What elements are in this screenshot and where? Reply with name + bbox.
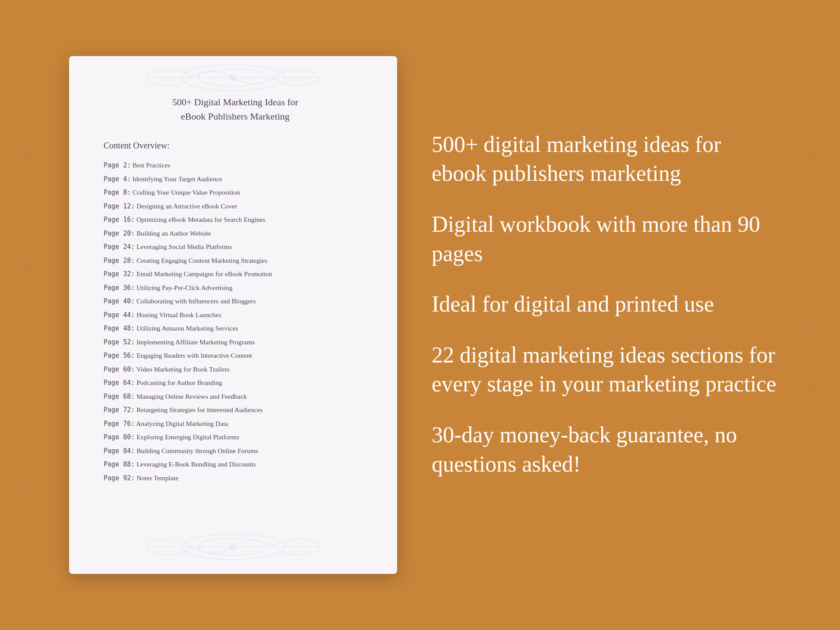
svg-point-61 xyxy=(811,385,818,392)
svg-line-53 xyxy=(814,262,826,272)
svg-line-21 xyxy=(16,320,26,328)
svg-point-84 xyxy=(230,543,237,550)
svg-point-60 xyxy=(822,321,830,325)
toc-heading: Content Overview: xyxy=(104,141,367,151)
svg-point-85 xyxy=(147,539,190,554)
svg-point-23 xyxy=(10,316,18,321)
svg-point-79 xyxy=(147,70,190,85)
svg-line-10 xyxy=(26,198,37,207)
toc-item: Page 68: Managing Online Reviews and Fee… xyxy=(104,390,367,403)
toc-item: Page 52: Implementing Affiliate Marketin… xyxy=(104,335,367,349)
toc-item: Page 2: Best Practices xyxy=(104,158,367,172)
toc-item: Page 12: Designing an Attractive eBook C… xyxy=(104,199,367,213)
svg-point-86 xyxy=(276,539,319,554)
toc-item: Page 4: Identifying Your Target Audience xyxy=(104,172,367,186)
svg-point-76 xyxy=(181,65,285,91)
svg-line-26 xyxy=(15,375,26,384)
toc-item: Page 36: Utilizing Pay-Per-Click Adverti… xyxy=(104,281,367,295)
svg-point-82 xyxy=(181,534,285,560)
svg-point-34 xyxy=(34,429,41,434)
toc-item: Page 28: Creating Engaging Content Marke… xyxy=(104,254,367,268)
svg-line-9 xyxy=(15,198,26,207)
svg-point-83 xyxy=(199,538,268,555)
svg-line-22 xyxy=(26,320,35,328)
svg-point-66 xyxy=(812,442,817,447)
svg-point-38 xyxy=(9,480,17,484)
toc-item: Page 72: Retargeting Strategies for Inte… xyxy=(104,403,367,417)
svg-point-1 xyxy=(22,152,29,159)
svg-line-15 xyxy=(26,258,38,268)
svg-point-75 xyxy=(823,484,831,488)
svg-line-37 xyxy=(26,484,36,492)
svg-point-55 xyxy=(825,257,831,263)
svg-point-45 xyxy=(826,138,833,142)
toc-item: Page 88: Leveraging E-Book Bundling and … xyxy=(104,457,367,471)
info-text: 500+ digital marketing ideas for ebook p… xyxy=(432,130,780,188)
svg-point-28 xyxy=(10,371,15,376)
info-point-0: 500+ digital marketing ideas for ebook p… xyxy=(432,130,780,188)
toc-item: Page 76: Analyzing Digital Marketing Dat… xyxy=(104,417,367,431)
svg-line-5 xyxy=(26,142,39,155)
svg-point-35 xyxy=(23,489,29,495)
info-point-4: 30-day money-back guarantee, no question… xyxy=(432,420,780,479)
toc-item: Page 64: Podcasting for Author Branding xyxy=(104,376,367,390)
svg-point-24 xyxy=(34,316,41,321)
svg-line-4 xyxy=(13,142,26,155)
svg-line-68 xyxy=(814,438,823,444)
info-text: 22 digital marketing ideas sections for … xyxy=(432,340,780,399)
toc-item: Page 8: Crafting Your Unique Value Propo… xyxy=(104,186,367,199)
info-point-3: 22 digital marketing ideas sections for … xyxy=(432,340,780,399)
svg-point-56 xyxy=(811,329,817,335)
svg-point-17 xyxy=(37,253,43,259)
svg-line-36 xyxy=(16,484,26,492)
info-point-1: Digital workbook with more than 90 pages xyxy=(432,210,780,268)
svg-point-39 xyxy=(35,480,42,484)
svg-line-32 xyxy=(26,433,35,440)
svg-point-33 xyxy=(11,429,18,434)
toc-item: Page 16: Optimizing eBook Metadata for S… xyxy=(104,213,367,227)
toc-item: Page 20: Building an Author Website xyxy=(104,227,367,240)
svg-line-73 xyxy=(814,488,824,496)
svg-point-6 xyxy=(7,138,14,142)
svg-point-41 xyxy=(811,152,818,159)
toc-item: Page 60: Video Marketing for Book Traile… xyxy=(104,362,367,376)
svg-line-19 xyxy=(40,250,45,256)
svg-point-29 xyxy=(37,371,42,376)
info-text: Digital workbook with more than 90 pages xyxy=(432,210,780,268)
svg-point-71 xyxy=(811,493,817,499)
svg-line-63 xyxy=(814,380,825,388)
toc-item: Page 48: Utilizing Amazon Marketing Serv… xyxy=(104,321,367,335)
svg-point-70 xyxy=(822,434,829,438)
svg-point-50 xyxy=(823,198,831,203)
svg-line-48 xyxy=(814,203,825,211)
book-panel: 500+ Digital Marketing Ideas for eBook P… xyxy=(69,56,397,574)
svg-line-14 xyxy=(14,258,26,268)
svg-point-46 xyxy=(812,209,817,214)
svg-point-77 xyxy=(199,69,268,86)
toc-list: Page 2: Best PracticesPage 4: Identifyin… xyxy=(104,158,367,485)
svg-point-8 xyxy=(23,205,28,210)
svg-point-51 xyxy=(810,268,818,276)
svg-line-31 xyxy=(17,433,26,440)
svg-point-12 xyxy=(35,194,43,199)
svg-point-2 xyxy=(15,147,19,151)
svg-point-25 xyxy=(22,381,29,387)
toc-item: Page 56: Engaging Readers with Interacti… xyxy=(104,349,367,362)
svg-line-58 xyxy=(814,324,824,332)
toc-item: Page 24: Leveraging Social Media Platfor… xyxy=(104,240,367,254)
info-point-2: Ideal for digital and printed use xyxy=(432,290,780,319)
svg-line-43 xyxy=(814,142,827,155)
svg-line-18 xyxy=(6,250,12,256)
toc-item: Page 92: Notes Template xyxy=(104,471,367,485)
svg-line-57 xyxy=(805,324,814,332)
svg-line-27 xyxy=(26,375,37,384)
toc-item: Page 44: Hosting Virtual Book Launches xyxy=(104,308,367,322)
book-title: 500+ Digital Marketing Ideas for eBook P… xyxy=(104,95,367,123)
svg-point-65 xyxy=(825,375,830,380)
svg-point-20 xyxy=(23,325,29,331)
svg-point-7 xyxy=(38,138,44,142)
toc-item: Page 32: Email Marketing Campaigns for e… xyxy=(104,267,367,281)
info-text: Ideal for digital and printed use xyxy=(432,290,780,319)
svg-point-80 xyxy=(276,70,319,85)
svg-point-13 xyxy=(22,264,30,271)
